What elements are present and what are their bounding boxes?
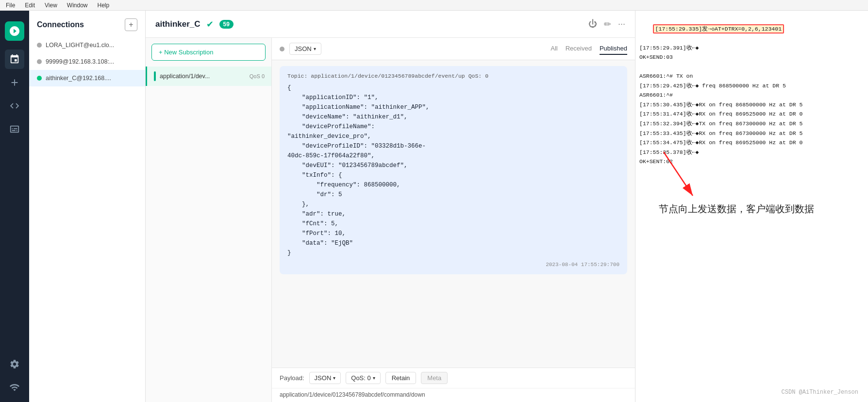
message-time: 2023-08-04 17:55:29:700 xyxy=(287,262,619,268)
menu-window[interactable]: Window xyxy=(67,2,88,9)
subscription-item-1[interactable]: application/1/dev... QoS 0 xyxy=(146,67,271,86)
content-area: + New Subscription application/1/dev... … xyxy=(146,38,635,402)
terminal-line-11: [17:55:34.475]收←◆RX on freq 869525000 Hz… xyxy=(639,138,864,148)
terminal-line-1: [17:55:29.335]发→◇AT+DTRX=0,2,6,123401 xyxy=(639,15,864,43)
publish-topic: application/1/device/0123456789abcdef/co… xyxy=(272,388,635,402)
conn-name-2: 99999@192.168.3.108:... xyxy=(46,58,114,65)
terminal-line-2: [17:55:29.391]收←◆ xyxy=(639,43,864,53)
terminal-line-3: OK+SEND:03 xyxy=(639,52,864,62)
menu-help[interactable]: Help xyxy=(98,2,110,9)
sub-topic-1: application/1/dev... xyxy=(160,73,246,80)
terminal-highlight-1: [17:55:29.335]发→◇AT+DTRX=0,2,6,123401 xyxy=(653,24,784,34)
message-format-label: JSON xyxy=(295,45,312,52)
publish-footer: Payload: JSON ▾ QoS: 0 ▾ Retain Meta app… xyxy=(272,368,635,402)
sub-active-bar xyxy=(154,71,156,81)
sidebar-code-icon[interactable] xyxy=(5,96,24,116)
retain-button[interactable]: Retain xyxy=(385,372,417,384)
message-format-button[interactable]: JSON ▾ xyxy=(289,43,321,55)
sub-qos-1: QoS 0 xyxy=(250,73,265,79)
topic-actions: ⏻ ✏ ··· xyxy=(588,19,625,30)
more-icon[interactable]: ··· xyxy=(618,19,625,29)
sidebar-wifi-icon[interactable] xyxy=(5,378,24,397)
sidebar-connections-icon[interactable] xyxy=(5,50,24,69)
topic-header: aithinker_C ✔ 59 ⏻ ✏ ··· xyxy=(146,11,635,38)
format-chevron-icon: ▾ xyxy=(314,46,316,51)
pub-format-label: JSON xyxy=(315,374,332,382)
pub-qos-label: QoS: 0 xyxy=(351,374,370,382)
terminal-line-blank xyxy=(639,62,864,72)
filter-all[interactable]: All xyxy=(551,43,557,55)
publish-toolbar: Payload: JSON ▾ QoS: 0 ▾ Retain Meta xyxy=(272,368,635,388)
connections-title: Connections xyxy=(37,20,84,29)
topic-message-badge: 59 xyxy=(219,20,234,29)
logo[interactable] xyxy=(5,21,24,41)
messages-list: Topic: application/1/device/0123456789ab… xyxy=(272,60,635,368)
subscriptions-panel: + New Subscription application/1/dev... … xyxy=(146,38,272,402)
connections-header: Connections + xyxy=(29,11,145,37)
conn-status-dot-1 xyxy=(37,43,42,48)
sidebar-settings-icon[interactable] xyxy=(5,354,24,374)
menu-view[interactable]: View xyxy=(45,2,57,9)
terminal-line-9: [17:55:32.394]收←◆TX on freq 867300000 Hz… xyxy=(639,119,864,129)
terminal-line-7: [17:55:30.435]收←◆RX on freq 868500000 Hz… xyxy=(639,100,864,110)
publish-format-button[interactable]: JSON ▾ xyxy=(309,372,341,384)
topic-name: aithinker_C xyxy=(155,19,200,29)
terminal-line-4: ASR6601:^# TX on xyxy=(639,71,864,81)
terminal-panel: [17:55:29.335]发→◇AT+DTRX=0,2,6,123401 [1… xyxy=(635,11,868,402)
red-arrow-svg xyxy=(635,147,732,205)
filter-published[interactable]: Published xyxy=(600,43,627,55)
power-icon[interactable]: ⏻ xyxy=(588,19,597,29)
message-filter-tabs: All Received Published xyxy=(551,43,627,55)
main-content: aithinker_C ✔ 59 ⏻ ✏ ··· + New Subscript… xyxy=(146,11,635,402)
conn-name-1: LORA_LIGHT@eu1.clo... xyxy=(46,42,114,49)
connection-item-1[interactable]: LORA_LIGHT@eu1.clo... xyxy=(29,37,145,53)
new-subscription-button[interactable]: + New Subscription xyxy=(151,44,266,61)
conn-status-dot-2 xyxy=(37,59,42,64)
svg-line-1 xyxy=(664,152,693,196)
menu-edit[interactable]: Edit xyxy=(25,2,35,9)
conn-name-3: aithinker_C@192.168.... xyxy=(46,75,111,82)
messages-panel: JSON ▾ All Received Published Topic: app… xyxy=(272,38,635,402)
connections-panel: Connections + LORA_LIGHT@eu1.clo... 9999… xyxy=(29,11,146,402)
pub-qos-chevron: ▾ xyxy=(373,375,375,381)
payload-label: Payload: xyxy=(280,374,304,382)
terminal-line-8: [17:55:31.474]收←◆RX on freq 869525000 Hz… xyxy=(639,109,864,119)
terminal-line-10: [17:55:33.435]收←◆RX on freq 867300000 Hz… xyxy=(639,129,864,138)
messages-toolbar: JSON ▾ All Received Published xyxy=(272,38,635,60)
sidebar-add-icon[interactable] xyxy=(5,73,24,92)
filter-received[interactable]: Received xyxy=(566,43,592,55)
icon-sidebar xyxy=(0,11,29,402)
meta-button[interactable]: Meta xyxy=(421,372,448,384)
conn-status-dot-3 xyxy=(37,76,42,81)
terminal-line-6: ASR6601:^# xyxy=(639,90,864,100)
sidebar-data-icon[interactable] xyxy=(5,119,24,139)
menu-file[interactable]: File xyxy=(6,2,15,9)
annotation-container: 节点向上发送数据，客户端收到数据 xyxy=(639,186,864,217)
terminal-line-5: [17:55:29.425]收←◆ freq 868500000 Hz at D… xyxy=(639,81,864,91)
message-json: { "applicationID": "1", "applicationName… xyxy=(287,83,619,258)
annotation-content: 节点向上发送数据，客户端收到数据 xyxy=(639,186,864,217)
topic-check-icon: ✔ xyxy=(206,19,214,30)
connection-item-3[interactable]: aithinker_C@192.168.... xyxy=(29,70,145,86)
edit-icon[interactable]: ✏ xyxy=(604,19,611,30)
annotation-area: 节点向上发送数据，客户端收到数据 xyxy=(639,181,864,222)
connection-item-2[interactable]: 99999@192.168.3.108:... xyxy=(29,53,145,70)
add-connection-button[interactable]: + xyxy=(125,18,137,31)
pub-format-chevron: ▾ xyxy=(333,375,335,381)
publish-qos-button[interactable]: QoS: 0 ▾ xyxy=(346,372,380,384)
menubar: File Edit View Window Help xyxy=(0,0,868,11)
msg-status-dot xyxy=(280,47,284,51)
csdn-watermark: CSDN @AiThinker_Jenson xyxy=(782,387,858,397)
message-topic: Topic: application/1/device/0123456789ab… xyxy=(287,73,619,79)
message-bubble-1: Topic: application/1/device/0123456789ab… xyxy=(280,66,627,274)
